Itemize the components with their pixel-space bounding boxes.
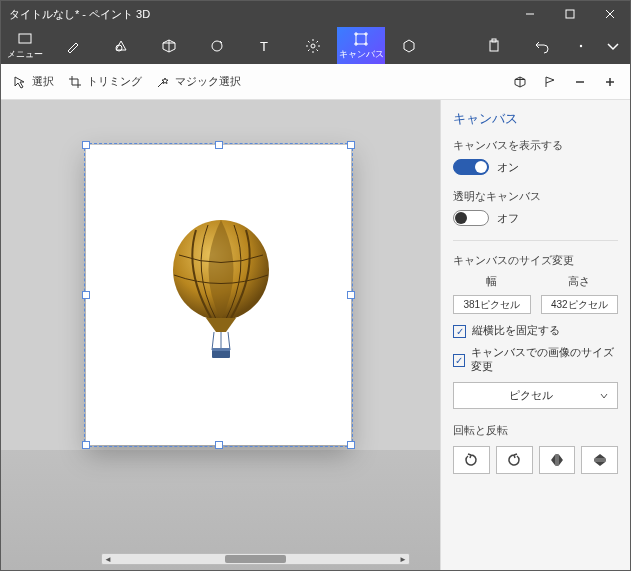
canvas-button[interactable]: キャンバス xyxy=(337,27,385,64)
sub-toolbar: 選択 トリミング マジック選択 xyxy=(1,64,630,100)
rotate-cw-button[interactable] xyxy=(496,446,533,474)
transparent-state: オフ xyxy=(497,211,519,226)
title-bar: タイトルなし* - ペイント 3D xyxy=(1,1,630,27)
svg-point-6 xyxy=(212,41,222,51)
svg-line-13 xyxy=(308,41,310,43)
lock-aspect-label: 縦横比を固定する xyxy=(472,324,560,338)
paste-button[interactable] xyxy=(470,27,518,64)
main-toolbar: メニュー T キャンバス xyxy=(1,27,630,64)
unit-label: ピクセル xyxy=(462,388,599,403)
resize-image-checkbox[interactable]: ✓ キャンバスでの画像のサイズ変更 xyxy=(453,346,618,374)
check-icon: ✓ xyxy=(453,325,466,338)
resize-image-label: キャンバスでの画像のサイズ変更 xyxy=(471,346,618,374)
select-label: 選択 xyxy=(32,74,54,89)
show-canvas-toggle[interactable]: オン xyxy=(453,159,618,175)
text-button[interactable]: T xyxy=(241,27,289,64)
resize-handle-b[interactable] xyxy=(215,441,223,449)
resize-label: キャンバスのサイズ変更 xyxy=(453,253,618,268)
effects-button[interactable] xyxy=(289,27,337,64)
svg-point-28 xyxy=(580,44,582,46)
width-label: 幅 xyxy=(453,274,531,289)
content-area: ◄ ► キャンバス キャンバスを表示する オン 透明なキャンバス オフ キャンバ… xyxy=(1,100,630,570)
horizontal-scrollbar[interactable]: ◄ ► xyxy=(101,553,410,565)
floor-gradient xyxy=(1,450,440,570)
3d-library-button[interactable] xyxy=(385,27,433,64)
unit-select[interactable]: ピクセル xyxy=(453,382,618,409)
divider xyxy=(453,240,618,241)
selection-outline xyxy=(84,143,353,447)
stickers-button[interactable] xyxy=(193,27,241,64)
svg-line-14 xyxy=(317,49,319,51)
height-label: 高さ xyxy=(541,274,619,289)
svg-rect-1 xyxy=(566,10,574,18)
expand-button[interactable] xyxy=(596,27,630,64)
undo-button[interactable] xyxy=(518,27,566,64)
crop-tool[interactable]: トリミング xyxy=(62,70,148,93)
menu-label: メニュー xyxy=(7,48,43,61)
lock-aspect-checkbox[interactable]: ✓ 縦横比を固定する xyxy=(453,324,618,338)
minimize-button[interactable] xyxy=(510,1,550,27)
svg-rect-4 xyxy=(19,34,31,43)
brushes-button[interactable] xyxy=(49,27,97,64)
zoom-out-button[interactable] xyxy=(566,75,594,89)
svg-text:T: T xyxy=(260,39,268,54)
check-icon: ✓ xyxy=(453,354,465,367)
scroll-right-arrow[interactable]: ► xyxy=(397,554,409,564)
zoom-in-button[interactable] xyxy=(596,75,624,89)
resize-handle-tr[interactable] xyxy=(347,141,355,149)
flag-button[interactable] xyxy=(536,75,564,89)
flip-horizontal-button[interactable] xyxy=(539,446,576,474)
crop-label: トリミング xyxy=(87,74,142,89)
canvas-label: キャンバス xyxy=(339,48,384,61)
flip-vertical-button[interactable] xyxy=(581,446,618,474)
rotate-label: 回転と反転 xyxy=(453,423,618,438)
canvas-viewport[interactable]: ◄ ► xyxy=(1,100,440,570)
scroll-thumb[interactable] xyxy=(225,555,286,563)
app-window: タイトルなし* - ペイント 3D メニュー T キャンバス 選択 xyxy=(0,0,631,571)
svg-rect-17 xyxy=(356,34,366,44)
transparent-label: 透明なキャンバス xyxy=(453,189,618,204)
show-canvas-state: オン xyxy=(497,160,519,175)
2d-shapes-button[interactable] xyxy=(97,27,145,64)
resize-handle-l[interactable] xyxy=(82,291,90,299)
3d-shapes-button[interactable] xyxy=(145,27,193,64)
resize-handle-bl[interactable] xyxy=(82,441,90,449)
scroll-left-arrow[interactable]: ◄ xyxy=(102,554,114,564)
resize-handle-br[interactable] xyxy=(347,441,355,449)
height-input[interactable] xyxy=(541,295,619,314)
resize-handle-t[interactable] xyxy=(215,141,223,149)
resize-handle-r[interactable] xyxy=(347,291,355,299)
rotate-ccw-button[interactable] xyxy=(453,446,490,474)
3d-view-button[interactable] xyxy=(506,75,534,89)
side-panel: キャンバス キャンバスを表示する オン 透明なキャンバス オフ キャンバスのサイ… xyxy=(440,100,630,570)
svg-point-8 xyxy=(311,44,315,48)
select-tool[interactable]: 選択 xyxy=(7,70,60,93)
width-input[interactable] xyxy=(453,295,531,314)
window-title: タイトルなし* - ペイント 3D xyxy=(9,7,150,22)
history-dropdown[interactable] xyxy=(566,27,596,64)
chevron-down-icon xyxy=(599,391,609,401)
close-button[interactable] xyxy=(590,1,630,27)
canvas-wrapper xyxy=(86,145,351,445)
menu-button[interactable]: メニュー xyxy=(1,27,49,64)
svg-line-15 xyxy=(308,49,310,51)
magic-label: マジック選択 xyxy=(175,74,241,89)
panel-title: キャンバス xyxy=(453,110,618,128)
resize-handle-tl[interactable] xyxy=(82,141,90,149)
maximize-button[interactable] xyxy=(550,1,590,27)
magic-select-tool[interactable]: マジック選択 xyxy=(150,70,247,93)
show-canvas-label: キャンバスを表示する xyxy=(453,138,618,153)
transparent-toggle[interactable]: オフ xyxy=(453,210,618,226)
svg-line-16 xyxy=(317,41,319,43)
